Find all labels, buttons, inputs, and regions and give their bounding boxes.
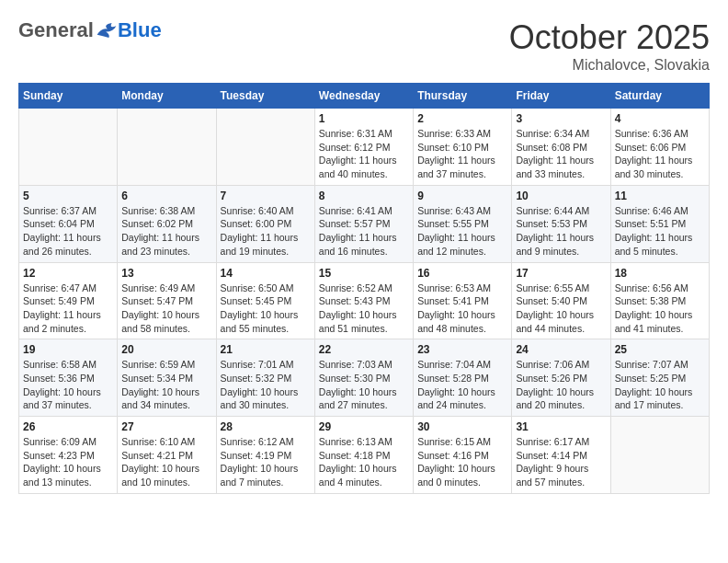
day-number: 6 <box>121 190 211 202</box>
day-info: Sunrise: 6:40 AM Sunset: 6:00 PM Dayligh… <box>221 204 311 259</box>
calendar-cell: 4Sunrise: 6:36 AM Sunset: 6:06 PM Daylig… <box>610 109 709 186</box>
calendar-week-row: 19Sunrise: 6:58 AM Sunset: 5:36 PM Dayli… <box>19 339 710 417</box>
title-block: October 2025 Michalovce, Slovakia <box>509 18 710 74</box>
location-text: Michalovce, Slovakia <box>509 57 710 74</box>
day-info: Sunrise: 6:13 AM Sunset: 4:18 PM Dayligh… <box>319 435 409 489</box>
day-info: Sunrise: 6:12 AM Sunset: 4:19 PM Dayligh… <box>221 435 311 489</box>
logo-general-text: General <box>18 18 94 42</box>
day-info: Sunrise: 6:50 AM Sunset: 5:45 PM Dayligh… <box>221 282 311 336</box>
day-number: 22 <box>319 343 409 356</box>
calendar-cell: 13Sunrise: 6:49 AM Sunset: 5:47 PM Dayli… <box>118 262 216 339</box>
day-number: 30 <box>417 420 507 433</box>
calendar-cell: 24Sunrise: 7:06 AM Sunset: 5:26 PM Dayli… <box>512 339 610 417</box>
day-number: 24 <box>516 343 606 356</box>
day-number: 2 <box>417 112 507 125</box>
calendar-cell <box>118 109 216 186</box>
logo-blue-text: Blue <box>118 18 162 42</box>
calendar-cell: 21Sunrise: 7:01 AM Sunset: 5:32 PM Dayli… <box>216 339 314 417</box>
day-number: 26 <box>23 420 113 433</box>
day-info: Sunrise: 6:47 AM Sunset: 5:49 PM Dayligh… <box>23 282 113 336</box>
day-info: Sunrise: 6:43 AM Sunset: 5:55 PM Dayligh… <box>417 204 507 259</box>
day-number: 17 <box>516 267 606 280</box>
day-info: Sunrise: 7:01 AM Sunset: 5:32 PM Dayligh… <box>221 358 311 412</box>
calendar-cell: 11Sunrise: 6:46 AM Sunset: 5:51 PM Dayli… <box>610 185 709 262</box>
calendar-cell: 31Sunrise: 6:17 AM Sunset: 4:14 PM Dayli… <box>512 417 610 494</box>
day-info: Sunrise: 6:59 AM Sunset: 5:34 PM Dayligh… <box>121 358 211 412</box>
day-number: 25 <box>615 343 705 356</box>
calendar-cell: 26Sunrise: 6:09 AM Sunset: 4:23 PM Dayli… <box>19 417 118 494</box>
calendar-table: SundayMondayTuesdayWednesdayThursdayFrid… <box>18 83 710 494</box>
calendar-week-row: 26Sunrise: 6:09 AM Sunset: 4:23 PM Dayli… <box>19 417 710 494</box>
day-number: 7 <box>221 190 311 202</box>
day-number: 5 <box>23 190 113 202</box>
day-info: Sunrise: 7:06 AM Sunset: 5:26 PM Dayligh… <box>516 358 606 412</box>
day-number: 10 <box>516 190 606 202</box>
day-number: 27 <box>121 420 211 433</box>
day-number: 12 <box>23 267 113 280</box>
calendar-cell: 28Sunrise: 6:12 AM Sunset: 4:19 PM Dayli… <box>216 417 314 494</box>
calendar-week-row: 1Sunrise: 6:31 AM Sunset: 6:12 PM Daylig… <box>19 109 710 186</box>
day-number: 14 <box>221 267 311 280</box>
calendar-cell: 22Sunrise: 7:03 AM Sunset: 5:30 PM Dayli… <box>314 339 413 417</box>
day-info: Sunrise: 6:31 AM Sunset: 6:12 PM Dayligh… <box>319 127 409 181</box>
day-number: 3 <box>516 112 606 125</box>
logo: General Blue <box>18 18 162 42</box>
day-info: Sunrise: 6:49 AM Sunset: 5:47 PM Dayligh… <box>121 282 211 336</box>
day-number: 31 <box>516 420 606 433</box>
day-info: Sunrise: 6:58 AM Sunset: 5:36 PM Dayligh… <box>23 358 113 412</box>
day-number: 19 <box>23 343 113 356</box>
day-info: Sunrise: 6:36 AM Sunset: 6:06 PM Dayligh… <box>615 127 705 181</box>
calendar-header-friday: Friday <box>512 84 610 109</box>
calendar-cell: 23Sunrise: 7:04 AM Sunset: 5:28 PM Dayli… <box>414 339 512 417</box>
calendar-week-row: 5Sunrise: 6:37 AM Sunset: 6:04 PM Daylig… <box>19 185 710 262</box>
month-title: October 2025 <box>509 18 710 57</box>
calendar-cell: 27Sunrise: 6:10 AM Sunset: 4:21 PM Dayli… <box>118 417 216 494</box>
calendar-cell: 6Sunrise: 6:38 AM Sunset: 6:02 PM Daylig… <box>118 185 216 262</box>
day-info: Sunrise: 6:52 AM Sunset: 5:43 PM Dayligh… <box>319 282 409 336</box>
calendar-cell: 1Sunrise: 6:31 AM Sunset: 6:12 PM Daylig… <box>314 109 413 186</box>
day-info: Sunrise: 6:46 AM Sunset: 5:51 PM Dayligh… <box>615 204 705 259</box>
calendar-header-sunday: Sunday <box>19 84 118 109</box>
day-number: 4 <box>615 112 705 125</box>
day-number: 21 <box>221 343 311 356</box>
day-info: Sunrise: 6:17 AM Sunset: 4:14 PM Dayligh… <box>516 435 606 489</box>
calendar-cell: 15Sunrise: 6:52 AM Sunset: 5:43 PM Dayli… <box>314 262 413 339</box>
day-number: 1 <box>319 112 409 125</box>
calendar-cell: 3Sunrise: 6:34 AM Sunset: 6:08 PM Daylig… <box>512 109 610 186</box>
page-header: General Blue October 2025 Michalovce, Sl… <box>18 18 710 74</box>
day-number: 8 <box>319 190 409 202</box>
day-number: 20 <box>121 343 211 356</box>
calendar-cell: 7Sunrise: 6:40 AM Sunset: 6:00 PM Daylig… <box>216 185 314 262</box>
calendar-cell: 19Sunrise: 6:58 AM Sunset: 5:36 PM Dayli… <box>19 339 118 417</box>
calendar-cell: 25Sunrise: 7:07 AM Sunset: 5:25 PM Dayli… <box>610 339 709 417</box>
calendar-cell: 16Sunrise: 6:53 AM Sunset: 5:41 PM Dayli… <box>414 262 512 339</box>
day-info: Sunrise: 6:09 AM Sunset: 4:23 PM Dayligh… <box>23 435 113 489</box>
calendar-cell: 20Sunrise: 6:59 AM Sunset: 5:34 PM Dayli… <box>118 339 216 417</box>
calendar-cell: 29Sunrise: 6:13 AM Sunset: 4:18 PM Dayli… <box>314 417 413 494</box>
day-number: 18 <box>615 267 705 280</box>
day-info: Sunrise: 6:56 AM Sunset: 5:38 PM Dayligh… <box>615 282 705 336</box>
calendar-cell <box>19 109 118 186</box>
day-info: Sunrise: 6:55 AM Sunset: 5:40 PM Dayligh… <box>516 282 606 336</box>
calendar-week-row: 12Sunrise: 6:47 AM Sunset: 5:49 PM Dayli… <box>19 262 710 339</box>
day-info: Sunrise: 6:10 AM Sunset: 4:21 PM Dayligh… <box>121 435 211 489</box>
day-info: Sunrise: 7:03 AM Sunset: 5:30 PM Dayligh… <box>319 358 409 412</box>
calendar-cell: 2Sunrise: 6:33 AM Sunset: 6:10 PM Daylig… <box>414 109 512 186</box>
calendar-cell: 30Sunrise: 6:15 AM Sunset: 4:16 PM Dayli… <box>414 417 512 494</box>
day-number: 23 <box>417 343 507 356</box>
calendar-cell: 9Sunrise: 6:43 AM Sunset: 5:55 PM Daylig… <box>414 185 512 262</box>
day-number: 13 <box>121 267 211 280</box>
day-info: Sunrise: 7:07 AM Sunset: 5:25 PM Dayligh… <box>615 358 705 412</box>
logo-bird-icon <box>96 21 118 40</box>
day-info: Sunrise: 7:04 AM Sunset: 5:28 PM Dayligh… <box>417 358 507 412</box>
calendar-header-wednesday: Wednesday <box>314 84 413 109</box>
day-number: 16 <box>417 267 507 280</box>
calendar-cell: 8Sunrise: 6:41 AM Sunset: 5:57 PM Daylig… <box>314 185 413 262</box>
day-number: 11 <box>615 190 705 202</box>
day-info: Sunrise: 6:34 AM Sunset: 6:08 PM Dayligh… <box>516 127 606 181</box>
day-info: Sunrise: 6:44 AM Sunset: 5:53 PM Dayligh… <box>516 204 606 259</box>
calendar-cell: 17Sunrise: 6:55 AM Sunset: 5:40 PM Dayli… <box>512 262 610 339</box>
calendar-cell: 12Sunrise: 6:47 AM Sunset: 5:49 PM Dayli… <box>19 262 118 339</box>
day-info: Sunrise: 6:38 AM Sunset: 6:02 PM Dayligh… <box>121 204 211 259</box>
calendar-header-saturday: Saturday <box>610 84 709 109</box>
